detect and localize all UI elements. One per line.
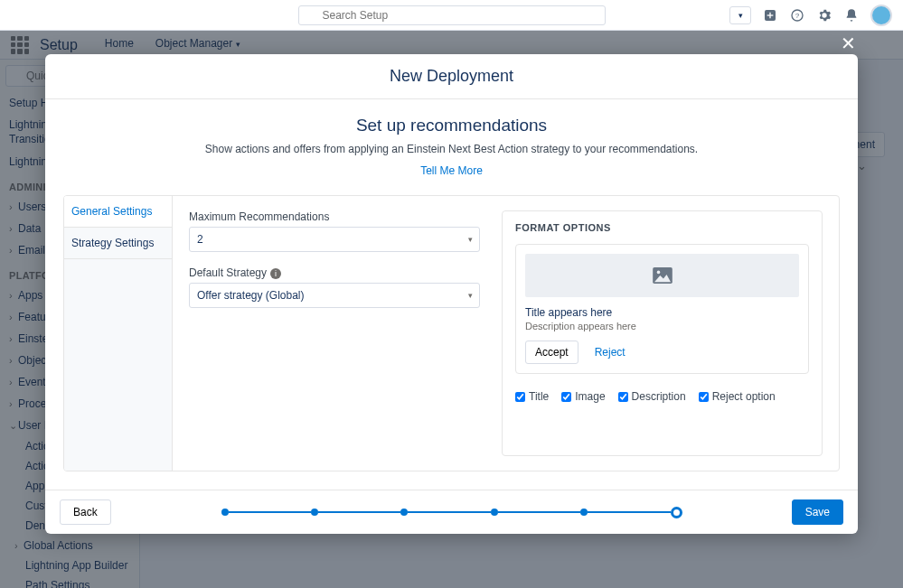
recommendation-preview-card: Title appears here Description appears h… xyxy=(515,244,809,374)
format-options-header: FORMAT OPTIONS xyxy=(515,222,809,233)
step-dot xyxy=(311,509,318,516)
avatar[interactable] xyxy=(870,5,892,26)
checkbox-description[interactable] xyxy=(618,392,628,402)
step-dot xyxy=(221,509,229,516)
chevron-down-icon: ▾ xyxy=(738,11,743,20)
settings-nav-strategy[interactable]: Strategy Settings xyxy=(64,228,172,259)
default-strategy-label: Default Strategyi xyxy=(189,266,480,279)
info-icon[interactable]: i xyxy=(270,268,281,279)
svg-text:?: ? xyxy=(795,11,800,19)
modal-title: New Deployment xyxy=(58,67,845,86)
check-image[interactable]: Image xyxy=(561,390,605,403)
max-recommendations-select[interactable]: 2 xyxy=(189,227,480,252)
reject-button[interactable]: Reject xyxy=(586,341,635,364)
favorites-dropdown[interactable]: ▾ xyxy=(729,6,751,24)
notifications-icon[interactable] xyxy=(843,7,860,23)
svg-point-10 xyxy=(656,271,660,275)
global-header: ▾ ? xyxy=(0,0,903,31)
check-label: Title xyxy=(529,390,549,403)
settings-panel: General Settings Strategy Settings Maxim… xyxy=(63,195,840,471)
gear-icon[interactable] xyxy=(816,7,832,23)
tell-me-more-link[interactable]: Tell Me More xyxy=(63,164,840,177)
format-options-panel: FORMAT OPTIONS Title appears here Descri… xyxy=(502,210,823,456)
new-deployment-modal: ✕ New Deployment Set up recommendations … xyxy=(45,54,858,534)
save-button[interactable]: Save xyxy=(792,499,843,525)
step-dot xyxy=(400,509,408,516)
step-dot xyxy=(491,509,498,516)
preview-title: Title appears here xyxy=(525,306,799,319)
step-dot xyxy=(580,509,588,516)
back-button[interactable]: Back xyxy=(60,499,111,525)
preview-description: Description appears here xyxy=(525,321,799,331)
label-text: Default Strategy xyxy=(189,266,267,279)
default-strategy-select[interactable]: Offer strategy (Global) xyxy=(189,283,480,308)
global-search-input[interactable] xyxy=(298,5,606,25)
check-description[interactable]: Description xyxy=(618,390,686,403)
modal-header: New Deployment xyxy=(45,54,858,99)
image-placeholder-icon xyxy=(525,254,799,297)
check-title[interactable]: Title xyxy=(515,390,549,403)
check-label: Reject option xyxy=(712,390,776,403)
progress-stepper xyxy=(221,507,682,518)
checkbox-reject[interactable] xyxy=(699,392,709,402)
close-icon[interactable]: ✕ xyxy=(837,29,860,58)
check-reject-option[interactable]: Reject option xyxy=(699,390,776,403)
settings-nav: General Settings Strategy Settings xyxy=(64,196,173,471)
checkbox-image[interactable] xyxy=(561,392,571,402)
check-label: Image xyxy=(575,390,605,403)
modal-description: Show actions and offers from applying an… xyxy=(63,143,840,155)
modal-subhead: Set up recommendations Show actions and … xyxy=(45,99,858,186)
settings-nav-general[interactable]: General Settings xyxy=(64,196,172,228)
help-icon[interactable]: ? xyxy=(789,7,805,23)
checkbox-title[interactable] xyxy=(515,392,525,402)
add-icon[interactable] xyxy=(762,7,778,23)
step-dot-current xyxy=(671,507,682,518)
modal-subtitle: Set up recommendations xyxy=(63,116,840,135)
accept-button[interactable]: Accept xyxy=(525,341,578,364)
modal-footer: Back Save xyxy=(45,490,858,534)
max-recommendations-label: Maximum Recommendations xyxy=(189,210,480,223)
check-label: Description xyxy=(632,390,686,403)
